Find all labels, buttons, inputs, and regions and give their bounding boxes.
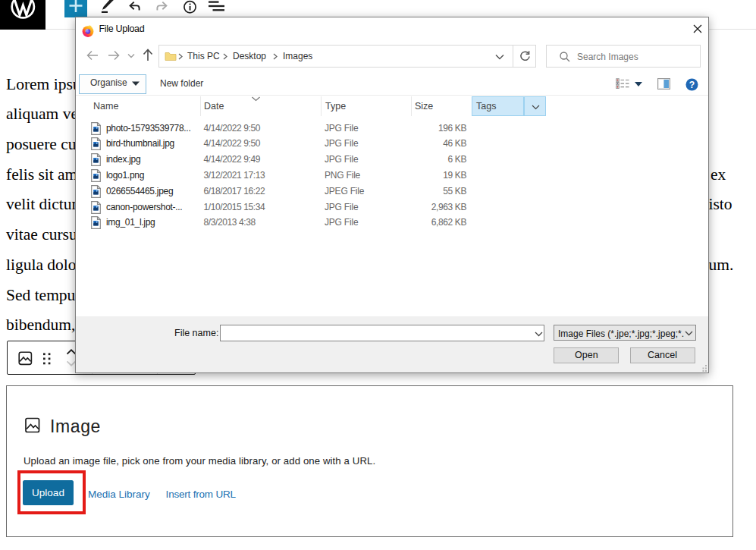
svg-text:?: ? (689, 79, 695, 90)
